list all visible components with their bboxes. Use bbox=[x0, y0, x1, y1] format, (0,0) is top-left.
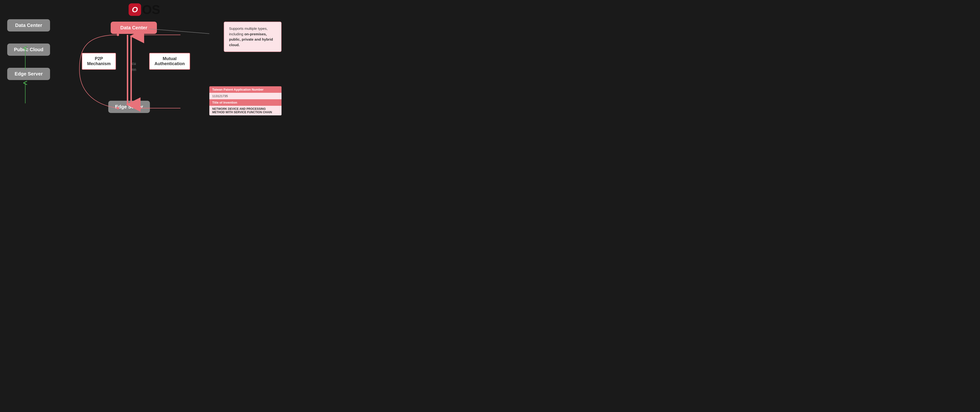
mutual-auth-label: MutualAuthentication bbox=[154, 56, 185, 66]
logo-area: O OS bbox=[129, 2, 160, 17]
center-data-center-box: Data Center bbox=[111, 22, 157, 34]
left-edge-server-box: Edge Server bbox=[7, 68, 50, 80]
logo-text: OS bbox=[142, 2, 160, 17]
p2p-curve-arrow bbox=[80, 35, 118, 108]
annotation-connector bbox=[149, 29, 209, 34]
annotation-text: Supports multiple types, including on-pr… bbox=[229, 27, 273, 47]
p2p-dot-start bbox=[117, 34, 119, 36]
center-edge-server-box: Edge Server bbox=[108, 101, 150, 113]
connection-label-1: cu bbox=[132, 62, 136, 66]
logo-icon: O bbox=[129, 3, 141, 16]
p2p-mechanism-box: P2PMechanism bbox=[82, 53, 116, 70]
mutual-authentication-box: MutualAuthentication bbox=[149, 53, 190, 70]
patent-box: Taiwan Patent Application Number 1131217… bbox=[209, 86, 282, 116]
patent-title-text: NETWORK DEVICE AND PROCESSING METHOD WIT… bbox=[209, 106, 282, 116]
left-data-center-box: Data Center bbox=[7, 19, 50, 32]
p2p-label: P2PMechanism bbox=[87, 56, 111, 66]
patent-header: Taiwan Patent Application Number bbox=[209, 86, 282, 93]
annotation-box: Supports multiple types, including on-pr… bbox=[224, 22, 282, 52]
left-column: Data Center Public Cloud Edge Server bbox=[7, 19, 50, 80]
connection-label-2: nn bbox=[132, 68, 136, 71]
patent-number: 113121735 bbox=[209, 93, 282, 99]
patent-title-header: Title of Invention bbox=[209, 99, 282, 106]
left-public-cloud-box: Public Cloud bbox=[7, 43, 50, 56]
logo-icon-letter: O bbox=[132, 5, 138, 14]
